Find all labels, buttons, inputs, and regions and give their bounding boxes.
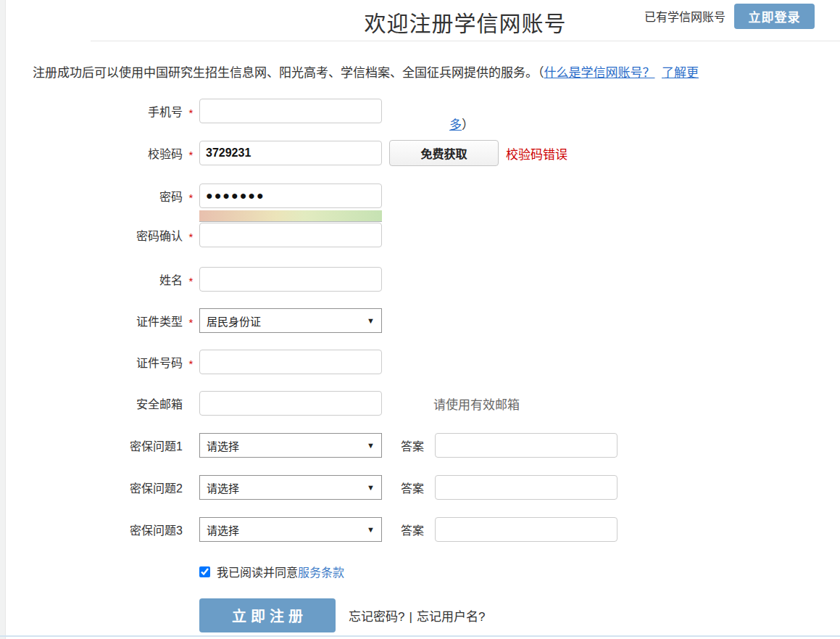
name-required-asterisk: * [183, 272, 199, 287]
learn-more-link[interactable]: 了解更 [662, 66, 699, 80]
security-question-1-select[interactable]: 请选择 ▼ [199, 433, 382, 458]
id-type-select[interactable]: 居民身份证 ▼ [199, 308, 382, 333]
password-label: 密码 [6, 187, 183, 205]
id-number-input[interactable] [199, 350, 382, 374]
get-code-button[interactable]: 免费获取 [389, 140, 499, 166]
login-button[interactable]: 立即登录 [734, 4, 815, 29]
bottom-divider [0, 635, 840, 637]
captcha-label: 校验码 [6, 144, 183, 162]
security-question-2-label: 密保问题2 [6, 479, 183, 496]
security-question-2-row: 密保问题2 请选择 ▼ 答案 [6, 475, 840, 500]
answer-3-input[interactable] [435, 517, 617, 542]
captcha-input[interactable] [199, 141, 382, 165]
terms-link[interactable]: 服务条款 [298, 563, 344, 580]
what-is-account-link[interactable]: 什么是学信网账号？ [544, 66, 655, 80]
chevron-down-icon: ▼ [367, 316, 375, 325]
phone-input[interactable] [199, 99, 382, 123]
phone-label: 手机号 [6, 102, 183, 120]
registration-page: 欢迎注册学信网账号 已有学信网账号 立即登录 注册成功后可以使用中国研究生招生信… [0, 0, 840, 639]
email-hint: 请使用有效邮箱 [433, 395, 520, 413]
name-input[interactable] [199, 267, 382, 292]
chevron-down-icon: ▼ [367, 525, 375, 534]
security-question-1-selected-value: 请选择 [207, 438, 239, 453]
email-row: 安全邮箱 请使用有效邮箱 [6, 391, 840, 416]
id-number-required-asterisk: * [183, 355, 199, 370]
forgot-links: 忘记密码?|忘记用户名? [349, 606, 485, 624]
id-type-row: 证件类型 * 居民身份证 ▼ [6, 308, 840, 333]
header-right: 已有学信网账号 立即登录 [644, 3, 815, 29]
id-number-row: 证件号码 * [6, 350, 840, 374]
chevron-down-icon: ▼ [367, 483, 375, 492]
phone-row: 手机号 * [6, 99, 840, 123]
submit-row: 立即注册 忘记密码?|忘记用户名? [199, 598, 485, 632]
password-required-asterisk: * [183, 189, 199, 204]
security-question-1-row: 密保问题1 请选择 ▼ 答案 [6, 433, 840, 458]
email-label: 安全邮箱 [6, 395, 183, 412]
register-button[interactable]: 立即注册 [199, 598, 336, 632]
existing-account-text: 已有学信网账号 [644, 7, 725, 25]
name-label: 姓名 [6, 271, 183, 288]
forgot-username-link[interactable]: 忘记用户名? [417, 610, 485, 624]
captcha-row: 校验码 * 免费获取 校验码错误 [6, 141, 840, 165]
agreement-row: 我已阅读并同意服务条款 [199, 564, 344, 579]
captcha-required-asterisk: * [183, 146, 199, 161]
password-confirm-required-asterisk: * [183, 228, 199, 243]
intro-text-body: 注册成功后可以使用中国研究生招生信息网、阳光高考、学信档案、全国征兵网提供的服务… [33, 66, 544, 80]
security-question-3-label: 密保问题3 [6, 521, 183, 538]
answer-2-label: 答案 [401, 479, 424, 496]
password-strength-bar [199, 210, 382, 222]
captcha-error: 校验码错误 [506, 144, 567, 162]
agreement-text: 我已阅读并同意 [217, 563, 298, 580]
password-row: 密码 * [6, 184, 840, 208]
terms-checkbox[interactable] [199, 566, 210, 577]
phone-required-asterisk: * [183, 104, 199, 119]
password-confirm-input[interactable] [199, 223, 382, 247]
answer-1-label: 答案 [401, 437, 424, 454]
security-question-3-selected-value: 请选择 [207, 522, 239, 537]
id-number-label: 证件号码 [6, 353, 183, 371]
intro-text: 注册成功后可以使用中国研究生招生信息网、阳光高考、学信档案、全国征兵网提供的服务… [33, 62, 699, 81]
chevron-down-icon: ▼ [367, 441, 375, 450]
security-question-3-select[interactable]: 请选择 ▼ [199, 517, 382, 542]
answer-1-input[interactable] [435, 433, 617, 458]
left-edge-strip [0, 0, 6, 639]
name-row: 姓名 * [6, 267, 840, 292]
id-type-selected-value: 居民身份证 [207, 313, 261, 329]
security-question-3-row: 密保问题3 请选择 ▼ 答案 [6, 517, 840, 542]
answer-3-label: 答案 [401, 521, 424, 538]
security-question-2-selected-value: 请选择 [207, 480, 239, 495]
password-input[interactable] [199, 184, 382, 208]
id-type-label: 证件类型 [6, 312, 183, 329]
security-question-1-label: 密保问题1 [6, 437, 183, 454]
answer-2-input[interactable] [435, 475, 617, 500]
email-input[interactable] [199, 391, 382, 416]
password-confirm-label: 密码确认 [6, 226, 183, 244]
forgot-password-link[interactable]: 忘记密码? [349, 610, 404, 624]
forgot-links-separator: | [409, 610, 412, 624]
header: 欢迎注册学信网账号 已有学信网账号 立即登录 [91, 0, 840, 41]
security-question-2-select[interactable]: 请选择 ▼ [199, 475, 382, 500]
password-confirm-row: 密码确认 * [6, 223, 840, 247]
id-type-required-asterisk: * [183, 313, 199, 329]
